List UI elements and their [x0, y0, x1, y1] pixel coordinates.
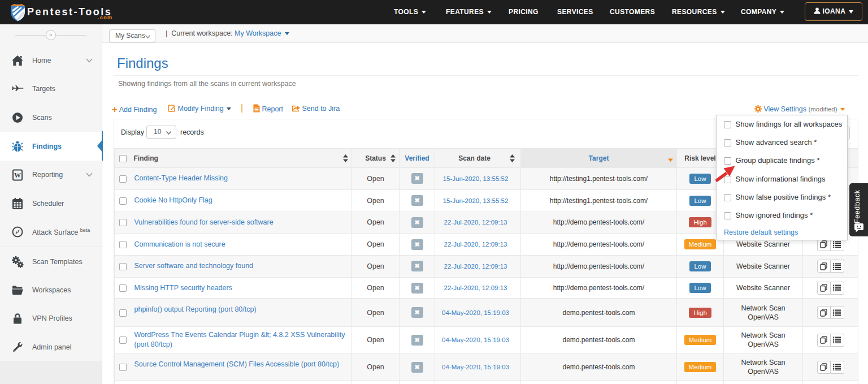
svg-text:W: W — [14, 171, 21, 179]
